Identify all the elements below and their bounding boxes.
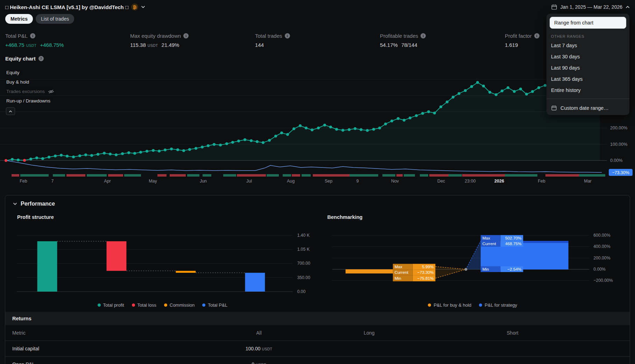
legend-item[interactable]: P&L for strategy <box>479 302 517 308</box>
equity-point <box>109 152 112 155</box>
equity-point <box>274 135 277 137</box>
performance-title: Performance <box>21 201 55 207</box>
tab-list-of-trades[interactable]: List of trades <box>36 14 74 24</box>
equity-point <box>323 124 326 127</box>
menu-item-entire-history[interactable]: Entire history <box>546 85 629 96</box>
equity-point <box>305 127 308 129</box>
y-axis-label: 200.00% <box>593 256 610 260</box>
x-axis-label: Apr <box>104 179 111 184</box>
legend-item-trades-excursions[interactable]: Trades excursions <box>5 88 55 94</box>
profit-structure-chart[interactable]: 1.40 K1.05 K700.00350.000.00 <box>12 221 313 302</box>
legend-item[interactable]: Commission <box>164 302 195 308</box>
buy-and-hold-bar[interactable] <box>345 269 393 273</box>
equity-point <box>5 159 7 162</box>
stat-value: 1.619 <box>505 42 518 48</box>
equity-chart[interactable]: 200.00%100.00%0.00%Feb7AprMayJunJulAugSe… <box>0 62 635 185</box>
runup-drawdown-segment <box>420 174 428 177</box>
info-icon[interactable]: i <box>534 33 539 38</box>
menu-item-range-from-chart[interactable]: Range from chart <box>550 17 626 29</box>
custom-date-range-label: Custom date range… <box>560 105 609 111</box>
x-axis-label: Feb <box>538 179 545 184</box>
waterfall-bar-total-profit[interactable] <box>37 241 57 292</box>
date-range-selector[interactable]: Jan 1, 2025 — Mar 22, 2026 <box>551 4 630 10</box>
legend-label: Total loss <box>137 302 156 308</box>
range-value: 468.75% <box>505 241 522 246</box>
coin-icon: ₿ <box>131 3 138 10</box>
x-axis-label: Jul <box>246 179 252 184</box>
equity-point <box>225 142 228 145</box>
performance-header[interactable]: Performance <box>5 195 630 212</box>
menu-item-last-7-days[interactable]: Last 7 days <box>546 40 629 51</box>
legend-item[interactable]: Total loss <box>132 302 156 308</box>
equity-point <box>84 154 87 156</box>
equity-point <box>464 89 467 92</box>
equity-point <box>544 84 546 87</box>
equity-point <box>103 152 106 155</box>
equity-point <box>372 128 375 131</box>
help-icon[interactable]: ? <box>38 56 44 61</box>
chevron-down-icon[interactable] <box>141 6 145 8</box>
legend-label: Total profit <box>103 302 124 308</box>
y-axis-label: 1.40 K <box>297 233 310 238</box>
equity-point <box>311 129 313 131</box>
runup-drawdown-segment <box>157 174 167 177</box>
equity-legend: Equity Buy & hold Trades excursions Run-… <box>5 70 55 104</box>
runup-drawdown-segment <box>108 174 123 177</box>
benchmarking-chart[interactable]: 600.00%400.00%200.00%0.00%−200.00%Max5.9… <box>322 221 624 302</box>
waterfall-bar-total-loss[interactable] <box>107 241 127 271</box>
y-axis-label: 0.00% <box>610 158 622 163</box>
strategy-title-row[interactable]: □ Heiken-Ashi CE LSMA [v5.1] by @DaviddT… <box>5 3 145 10</box>
equity-point <box>188 148 191 151</box>
equity-point <box>348 128 351 131</box>
info-icon[interactable]: i <box>285 33 290 38</box>
equity-point <box>97 153 99 156</box>
y-axis-label: 1.05 K <box>297 247 310 252</box>
menu-item-last-90-days[interactable]: Last 90 days <box>546 62 629 73</box>
y-axis-label: −200.00% <box>593 278 613 283</box>
legend-item[interactable]: Total P&L <box>202 302 227 308</box>
y-axis-label: 600.00% <box>593 233 610 238</box>
legend-item[interactable]: P&L for buy & hold <box>428 302 471 308</box>
strategy-tester-panel: □ Heiken-Ashi CE LSMA [v5.1] by @DaviddT… <box>0 0 635 364</box>
x-axis-label: 2026 <box>494 179 504 184</box>
x-axis-label: Dec <box>437 179 445 184</box>
menu-item-last-365-days[interactable]: Last 365 days <box>546 73 629 85</box>
info-icon[interactable]: i <box>183 33 189 38</box>
legend-label: P&L for buy & hold <box>433 302 471 308</box>
x-axis-label: Aug <box>287 179 295 184</box>
equity-point <box>146 150 148 152</box>
equity-point <box>439 106 442 108</box>
calendar-icon <box>551 4 557 10</box>
eye-off-icon <box>48 89 54 94</box>
profit-structure-legend: Total profitTotal lossCommissionTotal P&… <box>12 302 313 308</box>
legend-item[interactable]: Total profit <box>98 302 124 308</box>
tab-metrics[interactable]: Metrics <box>5 14 33 24</box>
legend-item-runup-drawdowns[interactable]: Run-up / Drawdowns <box>5 98 51 104</box>
runup-drawdown-segment <box>283 174 291 177</box>
waterfall-bar-total-p-l[interactable] <box>245 273 265 292</box>
runup-drawdown-segment <box>449 174 462 177</box>
y-axis-label: 200.00% <box>610 126 627 130</box>
equity-point <box>280 131 283 134</box>
equity-point <box>470 85 473 88</box>
legend-item-equity[interactable]: Equity <box>5 70 21 76</box>
equity-point <box>23 159 26 162</box>
equity-point <box>237 140 240 142</box>
menu-item-last-30-days[interactable]: Last 30 days <box>546 51 629 62</box>
runup-drawdown-segment <box>404 174 415 177</box>
y-axis-label: 400.00% <box>593 244 610 249</box>
stat-label: Total trades <box>255 33 282 39</box>
runup-drawdown-segment <box>382 174 395 177</box>
strategy-bar[interactable] <box>480 243 568 269</box>
chevron-up-icon <box>9 110 12 113</box>
legend-label: Trades excursions <box>6 89 45 94</box>
row-value: 100.00 <box>246 346 261 351</box>
waterfall-bar-commission[interactable] <box>176 271 196 273</box>
info-icon[interactable]: i <box>30 33 35 38</box>
equity-point <box>121 152 124 155</box>
equity-area-fill <box>6 81 600 160</box>
collapse-chart-button[interactable] <box>6 107 15 115</box>
legend-item-buy-and-hold[interactable]: Buy & hold <box>5 79 30 85</box>
menu-item-custom-date-range[interactable]: Custom date range… <box>546 102 629 112</box>
info-icon[interactable]: i <box>421 33 426 38</box>
